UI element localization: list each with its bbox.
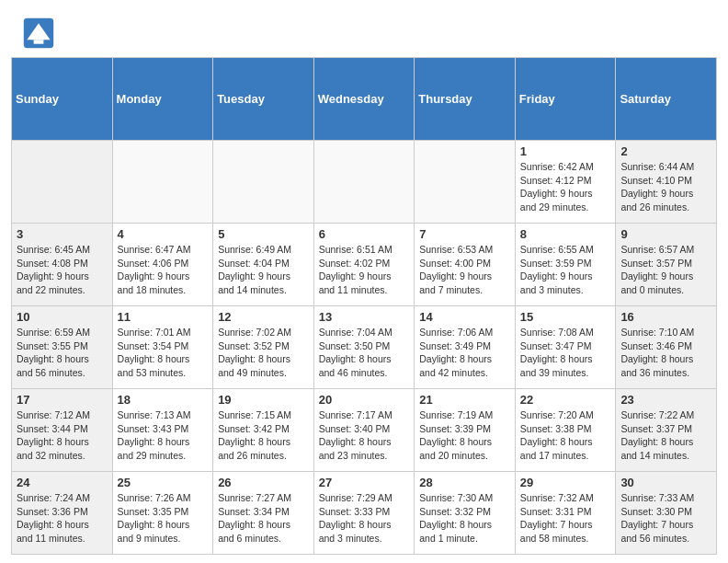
calendar-cell: 2Sunrise: 6:44 AM Sunset: 4:10 PM Daylig… [616, 141, 717, 224]
calendar-cell: 16Sunrise: 7:10 AM Sunset: 3:46 PM Dayli… [616, 306, 717, 389]
day-info: Sunrise: 7:19 AM Sunset: 3:39 PM Dayligh… [419, 408, 510, 463]
day-number: 29 [520, 476, 611, 489]
day-number: 23 [620, 393, 711, 407]
calendar-cell [415, 141, 516, 224]
day-info: Sunrise: 7:30 AM Sunset: 3:32 PM Dayligh… [419, 491, 510, 546]
day-info: Sunrise: 7:01 AM Sunset: 3:54 PM Dayligh… [118, 326, 209, 380]
day-info: Sunrise: 6:44 AM Sunset: 4:10 PM Dayligh… [620, 160, 711, 214]
calendar-cell: 19Sunrise: 7:15 AM Sunset: 3:42 PM Dayli… [213, 389, 314, 472]
day-number: 22 [520, 393, 611, 407]
day-info: Sunrise: 7:29 AM Sunset: 3:33 PM Dayligh… [319, 491, 410, 546]
day-number: 4 [118, 227, 209, 241]
day-info: Sunrise: 7:02 AM Sunset: 3:52 PM Dayligh… [218, 326, 309, 380]
calendar-cell: 29Sunrise: 7:32 AM Sunset: 3:31 PM Dayli… [515, 472, 616, 555]
calendar-cell: 30Sunrise: 7:33 AM Sunset: 3:30 PM Dayli… [616, 472, 717, 555]
day-info: Sunrise: 6:59 AM Sunset: 3:55 PM Dayligh… [17, 326, 108, 380]
day-number: 12 [218, 310, 309, 324]
page-header [0, 0, 728, 57]
calendar-cell: 24Sunrise: 7:24 AM Sunset: 3:36 PM Dayli… [12, 472, 113, 555]
day-number: 26 [218, 476, 309, 489]
calendar-cell: 10Sunrise: 6:59 AM Sunset: 3:55 PM Dayli… [12, 306, 113, 389]
calendar-cell [12, 141, 113, 224]
day-info: Sunrise: 7:10 AM Sunset: 3:46 PM Dayligh… [620, 326, 711, 380]
calendar-cell: 14Sunrise: 7:06 AM Sunset: 3:49 PM Dayli… [415, 306, 516, 389]
day-info: Sunrise: 7:26 AM Sunset: 3:35 PM Dayligh… [118, 491, 209, 546]
calendar-cell: 4Sunrise: 6:47 AM Sunset: 4:06 PM Daylig… [112, 224, 213, 306]
calendar-cell: 6Sunrise: 6:51 AM Sunset: 4:02 PM Daylig… [313, 224, 415, 306]
calendar-cell: 27Sunrise: 7:29 AM Sunset: 3:33 PM Dayli… [313, 472, 415, 555]
day-info: Sunrise: 6:51 AM Sunset: 4:02 PM Dayligh… [319, 243, 410, 297]
day-number: 30 [620, 476, 711, 489]
calendar-cell [213, 141, 314, 224]
day-number: 21 [419, 393, 510, 407]
day-number: 6 [319, 227, 410, 241]
calendar-cell: 18Sunrise: 7:13 AM Sunset: 3:43 PM Dayli… [112, 389, 213, 472]
day-header-tuesday: Tuesday [213, 58, 314, 141]
day-number: 7 [419, 227, 510, 241]
day-info: Sunrise: 7:04 AM Sunset: 3:50 PM Dayligh… [319, 326, 410, 380]
svg-rect-2 [34, 40, 44, 44]
day-number: 13 [319, 310, 410, 324]
calendar-cell: 1Sunrise: 6:42 AM Sunset: 4:12 PM Daylig… [515, 141, 616, 224]
calendar-table: SundayMondayTuesdayWednesdayThursdayFrid… [11, 57, 717, 555]
day-header-thursday: Thursday [415, 58, 516, 141]
logo-icon [22, 17, 55, 50]
day-number: 19 [218, 393, 309, 407]
day-number: 8 [520, 227, 611, 241]
day-info: Sunrise: 7:22 AM Sunset: 3:37 PM Dayligh… [620, 408, 711, 463]
calendar-cell [112, 141, 213, 224]
day-info: Sunrise: 7:08 AM Sunset: 3:47 PM Dayligh… [520, 326, 611, 380]
day-number: 16 [620, 310, 711, 324]
day-info: Sunrise: 7:17 AM Sunset: 3:40 PM Dayligh… [319, 408, 410, 463]
day-header-saturday: Saturday [616, 58, 717, 141]
day-header-sunday: Sunday [12, 58, 113, 141]
day-info: Sunrise: 7:06 AM Sunset: 3:49 PM Dayligh… [419, 326, 510, 380]
day-info: Sunrise: 7:27 AM Sunset: 3:34 PM Dayligh… [218, 491, 309, 546]
day-info: Sunrise: 7:20 AM Sunset: 3:38 PM Dayligh… [520, 408, 611, 463]
day-info: Sunrise: 6:45 AM Sunset: 4:08 PM Dayligh… [17, 243, 108, 297]
day-info: Sunrise: 7:12 AM Sunset: 3:44 PM Dayligh… [17, 408, 108, 463]
calendar-cell: 22Sunrise: 7:20 AM Sunset: 3:38 PM Dayli… [515, 389, 616, 472]
day-number: 28 [419, 476, 510, 489]
calendar-cell: 8Sunrise: 6:55 AM Sunset: 3:59 PM Daylig… [515, 224, 616, 306]
logo [22, 17, 59, 50]
day-number: 25 [118, 476, 209, 489]
calendar-cell: 23Sunrise: 7:22 AM Sunset: 3:37 PM Dayli… [616, 389, 717, 472]
day-number: 20 [319, 393, 410, 407]
day-number: 3 [17, 227, 108, 241]
day-info: Sunrise: 7:32 AM Sunset: 3:31 PM Dayligh… [520, 491, 611, 546]
day-number: 24 [17, 476, 108, 489]
day-number: 10 [17, 310, 108, 324]
calendar-cell: 13Sunrise: 7:04 AM Sunset: 3:50 PM Dayli… [313, 306, 415, 389]
calendar-cell: 25Sunrise: 7:26 AM Sunset: 3:35 PM Dayli… [112, 472, 213, 555]
day-info: Sunrise: 7:15 AM Sunset: 3:42 PM Dayligh… [218, 408, 309, 463]
day-number: 2 [620, 144, 711, 158]
day-number: 17 [17, 393, 108, 407]
day-info: Sunrise: 6:55 AM Sunset: 3:59 PM Dayligh… [520, 243, 611, 297]
day-number: 9 [620, 227, 711, 241]
calendar-cell [313, 141, 415, 224]
calendar-cell: 21Sunrise: 7:19 AM Sunset: 3:39 PM Dayli… [415, 389, 516, 472]
day-number: 11 [118, 310, 209, 324]
day-info: Sunrise: 6:57 AM Sunset: 3:57 PM Dayligh… [620, 243, 711, 297]
calendar-cell: 11Sunrise: 7:01 AM Sunset: 3:54 PM Dayli… [112, 306, 213, 389]
calendar-cell: 26Sunrise: 7:27 AM Sunset: 3:34 PM Dayli… [213, 472, 314, 555]
calendar-cell: 3Sunrise: 6:45 AM Sunset: 4:08 PM Daylig… [12, 224, 113, 306]
day-info: Sunrise: 7:24 AM Sunset: 3:36 PM Dayligh… [17, 491, 108, 546]
calendar-cell: 28Sunrise: 7:30 AM Sunset: 3:32 PM Dayli… [415, 472, 516, 555]
day-info: Sunrise: 7:33 AM Sunset: 3:30 PM Dayligh… [620, 491, 711, 546]
day-info: Sunrise: 6:47 AM Sunset: 4:06 PM Dayligh… [118, 243, 209, 297]
day-number: 1 [520, 144, 611, 158]
day-info: Sunrise: 6:42 AM Sunset: 4:12 PM Dayligh… [520, 160, 611, 214]
day-number: 27 [319, 476, 410, 489]
day-number: 15 [520, 310, 611, 324]
calendar-cell: 12Sunrise: 7:02 AM Sunset: 3:52 PM Dayli… [213, 306, 314, 389]
day-header-wednesday: Wednesday [313, 58, 415, 141]
calendar-cell: 15Sunrise: 7:08 AM Sunset: 3:47 PM Dayli… [515, 306, 616, 389]
day-info: Sunrise: 6:49 AM Sunset: 4:04 PM Dayligh… [218, 243, 309, 297]
calendar-cell: 5Sunrise: 6:49 AM Sunset: 4:04 PM Daylig… [213, 224, 314, 306]
day-header-monday: Monday [112, 58, 213, 141]
calendar-cell: 20Sunrise: 7:17 AM Sunset: 3:40 PM Dayli… [313, 389, 415, 472]
day-info: Sunrise: 7:13 AM Sunset: 3:43 PM Dayligh… [118, 408, 209, 463]
day-number: 5 [218, 227, 309, 241]
